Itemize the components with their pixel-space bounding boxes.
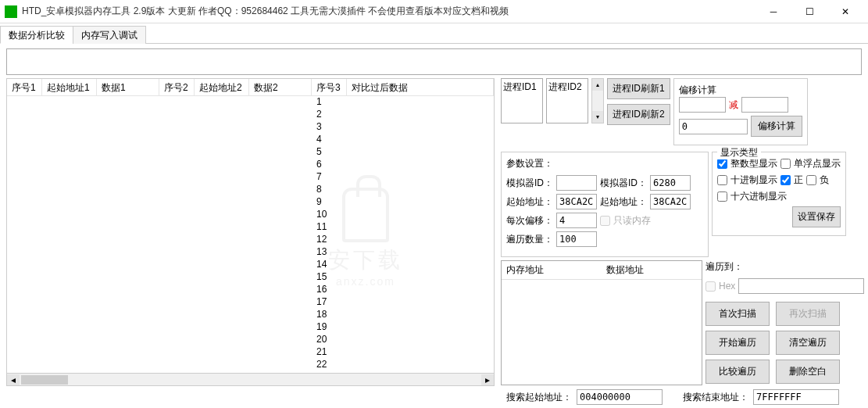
offset-input-a[interactable] xyxy=(679,97,726,113)
search-end-input[interactable] xyxy=(753,389,839,405)
close-button[interactable]: ✕ xyxy=(827,0,863,23)
rescan-button[interactable]: 再次扫描 xyxy=(776,302,840,326)
addr-input-a[interactable] xyxy=(556,194,597,209)
search-end-label: 搜索结束地址： xyxy=(683,391,748,404)
table-row[interactable]: 4 xyxy=(7,134,494,146)
window-title: HTD_安卓模拟器内存工具 2.9版本 大更新 作者QQ：952684462 工… xyxy=(22,5,755,18)
table-row[interactable]: 2 xyxy=(7,109,494,121)
readonly-label: 只读内存 xyxy=(613,214,651,227)
table-row[interactable]: 9 xyxy=(7,196,494,209)
hex-mode-checkbox[interactable] xyxy=(705,281,716,292)
process-id2-box[interactable]: 进程ID2 xyxy=(546,78,588,123)
scroll-left-icon[interactable]: ◂ xyxy=(7,374,20,385)
table-row[interactable]: 16 xyxy=(7,284,494,296)
scroll-thumb[interactable] xyxy=(21,375,68,385)
offset-title: 偏移计算 xyxy=(679,84,802,97)
start-traverse-button[interactable]: 开始遍历 xyxy=(705,331,770,355)
dec-label: 十进制显示 xyxy=(730,174,777,187)
hex-checkbox[interactable] xyxy=(717,191,727,202)
refresh-pid2-button[interactable]: 进程ID刷新2 xyxy=(607,104,670,125)
scroll-up-icon[interactable]: ▴ xyxy=(592,79,603,91)
col-addr2[interactable]: 起始地址2 xyxy=(195,79,249,95)
neg-checkbox[interactable] xyxy=(806,175,816,185)
hex-mode-label: Hex xyxy=(719,281,735,292)
col-data2[interactable]: 数据2 xyxy=(249,79,312,95)
sim-id-input-a[interactable] xyxy=(556,175,597,191)
table-row[interactable]: 1 xyxy=(7,96,494,109)
search-start-label: 搜索起始地址： xyxy=(506,391,572,404)
table-row[interactable]: 22 xyxy=(7,359,494,371)
step-label: 每次偏移： xyxy=(506,214,553,227)
table-row[interactable]: 13 xyxy=(7,246,494,259)
maximize-button[interactable]: ☐ xyxy=(791,0,827,23)
table-row[interactable]: 7 xyxy=(7,171,494,184)
float-checkbox[interactable] xyxy=(780,159,791,169)
table-row[interactable]: 8 xyxy=(7,184,494,196)
scroll-down-icon[interactable]: ▾ xyxy=(592,111,603,123)
minus-label: 减 xyxy=(729,98,738,112)
tab-data-analysis[interactable]: 数据分析比较 xyxy=(0,26,73,44)
traverse-title: 遍历到： xyxy=(705,260,840,274)
display-type-title: 显示类型 xyxy=(717,146,761,159)
addr-input-b[interactable] xyxy=(650,194,691,209)
int-checkbox[interactable] xyxy=(717,159,727,169)
table-row[interactable]: 14 xyxy=(7,259,494,271)
offset-calc-button[interactable]: 偏移计算 xyxy=(751,116,802,137)
display-type-group: 显示类型 整数型显示 单浮点显示 十进制显示 正 负 十六 xyxy=(712,152,846,236)
col-seq1[interactable]: 序号1 xyxy=(7,79,42,95)
readonly-checkbox[interactable] xyxy=(600,216,610,226)
comparison-table[interactable]: 序号1 起始地址1 数据1 序号2 起始地址2 数据2 序号3 对比过后数据 1… xyxy=(6,78,495,374)
table-row[interactable]: 6 xyxy=(7,159,494,171)
minimize-button[interactable]: ─ xyxy=(755,0,791,23)
col-compared[interactable]: 对比过后数据 xyxy=(347,79,494,95)
count-label: 遍历数量： xyxy=(506,233,553,246)
col-addr1[interactable]: 起始地址1 xyxy=(42,79,97,95)
traverse-panel: 遍历到： Hex 首次扫描 再次扫描 开始遍历 清空遍历 比较遍历 删除空白 xyxy=(705,260,840,384)
table-row[interactable]: 11 xyxy=(7,221,494,234)
pos-checkbox[interactable] xyxy=(780,175,791,185)
sim-id-label: 模拟器ID： xyxy=(506,177,553,190)
table-row[interactable]: 12 xyxy=(7,234,494,246)
table-row[interactable]: 5 xyxy=(7,146,494,159)
offset-input-b[interactable] xyxy=(741,97,788,113)
address-table[interactable]: 内存地址 数据地址 xyxy=(501,260,702,385)
table-row[interactable]: 15 xyxy=(7,271,494,284)
horizontal-scrollbar[interactable]: ◂ ▸ xyxy=(6,374,495,386)
neg-label: 负 xyxy=(820,174,829,187)
hex-label: 十六进制显示 xyxy=(730,190,787,203)
titlebar: HTD_安卓模拟器内存工具 2.9版本 大更新 作者QQ：952684462 工… xyxy=(0,0,868,23)
first-scan-button[interactable]: 首次扫描 xyxy=(705,302,770,326)
params-title: 参数设置： xyxy=(506,157,703,170)
delete-blank-button[interactable]: 删除空白 xyxy=(776,360,840,384)
compare-traverse-button[interactable]: 比较遍历 xyxy=(705,360,770,384)
table-row[interactable]: 17 xyxy=(7,296,494,309)
table-row[interactable]: 20 xyxy=(7,334,494,346)
process-id1-box[interactable]: 进程ID1 xyxy=(501,78,543,123)
pid-scrollbar[interactable]: ▴ ▾ xyxy=(591,78,604,123)
sim-id-input-b[interactable] xyxy=(650,175,691,191)
refresh-pid1-button[interactable]: 进程ID刷新1 xyxy=(607,78,670,99)
table-row[interactable]: 21 xyxy=(7,346,494,359)
tab-memory-write[interactable]: 内存写入调试 xyxy=(73,26,146,44)
main-textbox[interactable] xyxy=(6,48,862,75)
clear-traverse-button[interactable]: 清空遍历 xyxy=(776,331,840,355)
col-data-addr[interactable]: 数据地址 xyxy=(602,261,702,279)
col-seq3[interactable]: 序号3 xyxy=(312,79,347,95)
dec-checkbox[interactable] xyxy=(717,175,727,185)
tab-bar: 数据分析比较 内存写入调试 xyxy=(0,25,868,44)
table-row[interactable]: 19 xyxy=(7,321,494,334)
offset-result[interactable] xyxy=(679,119,748,134)
col-seq2[interactable]: 序号2 xyxy=(159,79,195,95)
step-input[interactable] xyxy=(556,213,597,228)
scroll-right-icon[interactable]: ▸ xyxy=(481,374,494,385)
table-row[interactable]: 3 xyxy=(7,121,494,134)
col-data1[interactable]: 数据1 xyxy=(97,79,159,95)
traverse-input[interactable] xyxy=(738,278,864,294)
search-start-input[interactable] xyxy=(577,389,663,405)
table-row[interactable]: 10 xyxy=(7,209,494,221)
table-row[interactable]: 18 xyxy=(7,309,494,321)
col-mem-addr[interactable]: 内存地址 xyxy=(502,261,602,279)
count-input[interactable] xyxy=(556,231,597,247)
search-range-bar: 搜索起始地址： 搜索结束地址： xyxy=(506,389,839,405)
save-settings-button[interactable]: 设置保存 xyxy=(792,206,841,227)
